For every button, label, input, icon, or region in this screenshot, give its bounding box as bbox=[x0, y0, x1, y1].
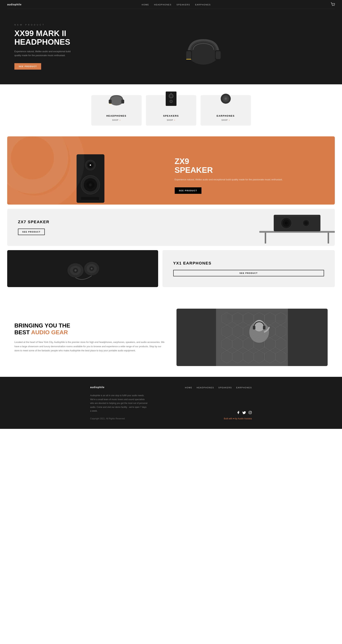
zx9-desc: Experience natural, lifelike audio and e… bbox=[175, 178, 328, 182]
zx9-section: ZX9SPEAKER Experience natural, lifelike … bbox=[7, 136, 335, 204]
main-nav: audiophile HOME HEADPHONES SPEAKERS EARP… bbox=[0, 0, 342, 9]
footer-nav-headphones[interactable]: HEADPHONES bbox=[197, 386, 214, 389]
instagram-icon[interactable] bbox=[248, 411, 252, 415]
about-title: BRINGING YOU THEBEST AUDIO GEAR bbox=[14, 322, 166, 336]
speakers-category-img bbox=[160, 90, 182, 108]
yx1-content: YX1 EARPHONES SEE PRODUCT bbox=[162, 250, 335, 287]
footer-nav-speakers[interactable]: SPEAKERS bbox=[218, 386, 232, 389]
hero-eyebrow: NEW PRODUCT bbox=[14, 24, 72, 26]
hero-section: NEW PRODUCT XX99 Mark IIHeadphones Exper… bbox=[0, 9, 342, 84]
about-content: BRINGING YOU THEBEST AUDIO GEAR Located … bbox=[14, 322, 166, 353]
about-section: BRINGING YOU THEBEST AUDIO GEAR Located … bbox=[0, 298, 342, 377]
category-speakers-shop[interactable]: Shop › bbox=[167, 118, 175, 121]
nav-earphones[interactable]: EARPHONES bbox=[195, 4, 211, 6]
cart-icon[interactable] bbox=[331, 2, 335, 7]
footer-nav-earphones[interactable]: EARPHONES bbox=[236, 386, 252, 389]
svg-point-82 bbox=[251, 412, 251, 412]
svg-rect-33 bbox=[265, 233, 266, 244]
nav-links: HOME HEADPHONES SPEAKERS EARPHONES bbox=[142, 3, 211, 6]
yx1-image bbox=[7, 250, 158, 287]
svg-rect-34 bbox=[328, 233, 329, 244]
zx9-cta-button[interactable]: SEE PRODUCT bbox=[175, 187, 202, 194]
svg-point-14 bbox=[170, 95, 172, 97]
footer: audiophile HOME HEADPHONES SPEAKERS EARP… bbox=[0, 377, 342, 429]
category-earphones-shop[interactable]: Shop › bbox=[221, 118, 230, 121]
svg-point-17 bbox=[170, 93, 172, 94]
svg-point-81 bbox=[249, 412, 251, 413]
nav-headphones[interactable]: HEADPHONES bbox=[154, 4, 172, 6]
footer-logo: audiophile bbox=[90, 386, 105, 389]
category-earphones-label: EARPHONES bbox=[217, 114, 235, 117]
hero-title: XX99 Mark IIHeadphones bbox=[14, 29, 72, 46]
zx7-title: ZX7 SPEAKER bbox=[18, 220, 49, 224]
svg-rect-11 bbox=[109, 104, 111, 104]
svg-rect-41 bbox=[275, 216, 319, 216]
category-earphones[interactable]: EARPHONES Shop › bbox=[201, 95, 251, 126]
yx1-section: YX1 EARPHONES SEE PRODUCT bbox=[7, 250, 335, 287]
nav-logo: audiophile bbox=[7, 3, 22, 6]
yx1-cta-button[interactable]: SEE PRODUCT bbox=[173, 270, 324, 276]
svg-rect-9 bbox=[109, 100, 112, 104]
svg-rect-78 bbox=[253, 326, 255, 330]
footer-credit: Built with ♥ by Austin Asoluka bbox=[224, 417, 252, 420]
facebook-icon[interactable] bbox=[236, 411, 240, 415]
headphones-arrow-icon: › bbox=[119, 118, 120, 121]
svg-point-1 bbox=[334, 6, 334, 6]
category-headphones[interactable]: HEADPHONES Shop › bbox=[91, 95, 142, 126]
svg-point-30 bbox=[90, 164, 91, 166]
heart-icon: ♥ bbox=[233, 417, 235, 420]
svg-rect-79 bbox=[263, 326, 265, 330]
twitter-icon[interactable] bbox=[242, 411, 246, 415]
about-desc: Located at the heart of New York City, A… bbox=[14, 340, 166, 352]
about-image bbox=[177, 309, 328, 366]
speakers-arrow-icon: › bbox=[174, 118, 175, 121]
svg-rect-10 bbox=[121, 100, 124, 104]
zx7-image bbox=[138, 209, 335, 246]
zx7-content: ZX7 SPEAKER SEE PRODUCT bbox=[18, 220, 49, 235]
svg-point-16 bbox=[170, 101, 172, 102]
category-speakers-label: SPEAKERS bbox=[163, 114, 179, 117]
nav-speakers[interactable]: SPEAKERS bbox=[177, 4, 190, 6]
zx7-cta-button[interactable]: SEE PRODUCT bbox=[18, 228, 45, 235]
svg-point-46 bbox=[74, 269, 77, 272]
earphones-arrow-icon: › bbox=[229, 118, 230, 121]
footer-social bbox=[236, 411, 252, 415]
footer-desc: Audiophile is an all in one stop to fulf… bbox=[90, 394, 148, 413]
zx7-section: ZX7 SPEAKER SEE PRODUCT bbox=[7, 209, 335, 246]
zx9-content: ZX9SPEAKER Experience natural, lifelike … bbox=[167, 146, 335, 204]
hero-content: NEW PRODUCT XX99 Mark IIHeadphones Exper… bbox=[14, 24, 72, 70]
category-headphones-shop[interactable]: Shop › bbox=[112, 118, 121, 121]
svg-point-40 bbox=[304, 221, 308, 225]
hero-image bbox=[72, 20, 335, 74]
footer-right: Built with ♥ by Austin Asoluka bbox=[224, 411, 252, 420]
zx9-title: ZX9SPEAKER bbox=[175, 157, 328, 174]
headphones-category-img bbox=[106, 90, 127, 108]
hero-headphone-svg bbox=[180, 27, 227, 74]
svg-point-21 bbox=[225, 98, 226, 99]
svg-point-50 bbox=[91, 268, 93, 270]
yx1-title: YX1 EARPHONES bbox=[173, 261, 324, 266]
footer-copyright: Copyright 2021. All Rights Reserved bbox=[90, 417, 148, 420]
hero-desc: Experience natural, lifelike audio and e… bbox=[14, 50, 72, 58]
categories-section: HEADPHONES Shop › SPEAKERS Shop › bbox=[0, 84, 342, 136]
earphones-category-img bbox=[215, 90, 237, 108]
svg-point-29 bbox=[89, 184, 92, 186]
footer-nav: HOME HEADPHONES SPEAKERS EARPHONES bbox=[185, 386, 252, 389]
category-speakers[interactable]: SPEAKERS Shop › bbox=[146, 95, 196, 126]
svg-point-0 bbox=[332, 6, 333, 6]
svg-rect-7 bbox=[186, 59, 191, 60]
category-headphones-label: HEADPHONES bbox=[106, 114, 126, 117]
hero-cta-button[interactable]: SEE PRODUCT bbox=[14, 63, 41, 70]
nav-home[interactable]: HOME bbox=[142, 4, 149, 6]
svg-rect-6 bbox=[216, 51, 221, 59]
svg-point-38 bbox=[285, 222, 288, 224]
svg-rect-4 bbox=[186, 51, 191, 59]
footer-nav-home[interactable]: HOME bbox=[185, 386, 192, 389]
zx9-image bbox=[7, 151, 167, 204]
svg-rect-31 bbox=[81, 197, 99, 200]
